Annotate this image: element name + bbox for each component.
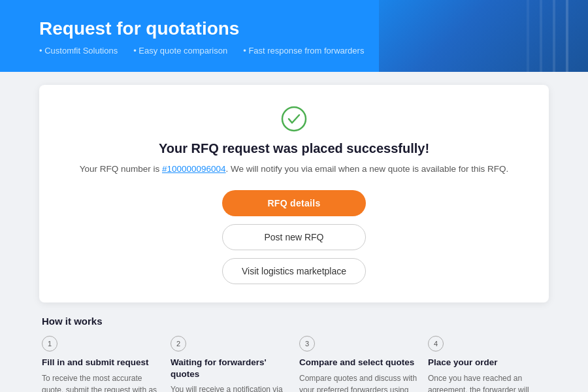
svg-point-0: [282, 107, 306, 131]
success-title: Your RFQ request was placed successfully…: [65, 141, 523, 156]
how-it-works-section: How it works 1 Fill in and submit reques…: [39, 316, 549, 392]
visit-marketplace-button[interactable]: Visit logistics marketplace: [222, 258, 366, 284]
step-2: 2 Waiting for forwarders' quotes You wil…: [171, 336, 289, 392]
feature-1: Customfit Solutions: [39, 46, 118, 56]
step-4: 4 Place your order Once you have reached…: [428, 336, 546, 392]
step-number-1: 1: [42, 336, 57, 351]
success-description: Your RFQ number is #100000096004. We wil…: [65, 163, 523, 176]
step-description-3: Compare quotes and discuss with your pre…: [299, 372, 417, 392]
step-number-3: 3: [299, 336, 315, 351]
step-description-4: Once you have reached an agreement, the …: [428, 372, 546, 392]
step-1: 1 Fill in and submit request To receive …: [42, 336, 160, 392]
description-suffix: . We will notify you via email when a ne…: [226, 164, 509, 174]
success-card: Your RFQ request was placed successfully…: [39, 85, 549, 302]
step-number-4: 4: [428, 336, 444, 351]
description-prefix: Your RFQ number is: [80, 164, 162, 174]
post-new-rfq-button[interactable]: Post new RFQ: [222, 224, 366, 250]
step-title-1: Fill in and submit request: [42, 357, 160, 368]
feature-2: Easy quote comparison: [133, 46, 227, 56]
feature-3: Fast response from forwarders: [243, 46, 364, 56]
step-description-1: To receive the most accurate quote, subm…: [42, 372, 160, 392]
steps-container: 1 Fill in and submit request To receive …: [42, 336, 546, 392]
rfq-details-button[interactable]: RFQ details: [222, 190, 366, 216]
step-title-3: Compare and select quotes: [299, 357, 417, 368]
page-header: Request for quotations Customfit Solutio…: [0, 0, 588, 72]
main-content: Your RFQ request was placed successfully…: [0, 72, 588, 392]
page-title: Request for quotations: [39, 18, 549, 39]
step-number-2: 2: [171, 336, 186, 351]
rfq-number-link[interactable]: #100000096004: [162, 164, 226, 174]
step-title-4: Place your order: [428, 357, 546, 368]
how-it-works-title: How it works: [42, 316, 546, 327]
step-description-2: You will receive a notification via emai…: [171, 384, 289, 392]
step-3: 3 Compare and select quotes Compare quot…: [299, 336, 417, 392]
success-icon: [281, 106, 307, 132]
header-features: Customfit Solutions Easy quote compariso…: [39, 46, 549, 56]
step-title-2: Waiting for forwarders' quotes: [171, 357, 289, 380]
